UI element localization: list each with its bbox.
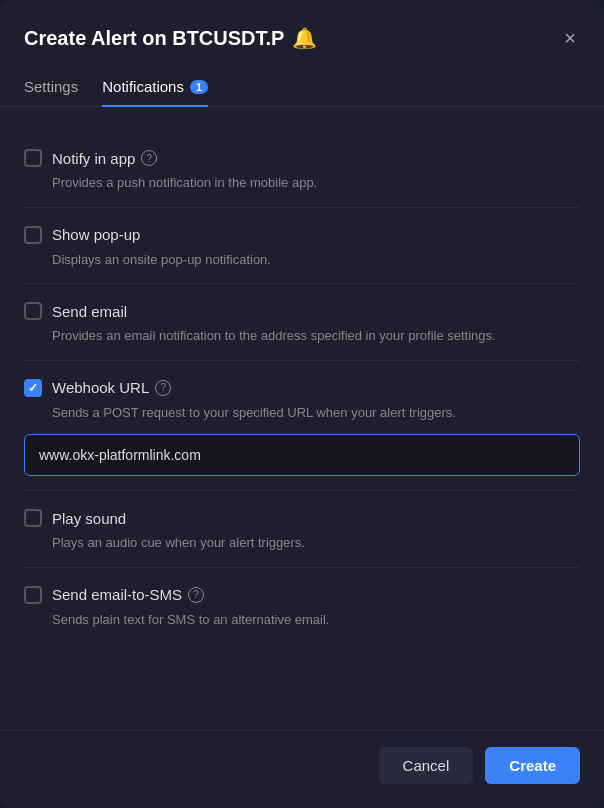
webhook-url-input[interactable]	[24, 434, 580, 476]
play-sound-desc: Plays an audio cue when your alert trigg…	[24, 533, 580, 553]
webhook-url-row: Webhook URL ?	[24, 379, 580, 397]
modal-title: Create Alert on BTCUSDT.P 🔔	[24, 26, 317, 50]
send-email-sms-help-icon[interactable]: ?	[188, 587, 204, 603]
play-sound-row: Play sound	[24, 509, 580, 527]
notify-in-app-checkbox[interactable]	[24, 149, 42, 167]
close-button[interactable]: ×	[560, 24, 580, 52]
show-popup-desc: Displays an onsite pop-up notification.	[24, 250, 580, 270]
modal-header: Create Alert on BTCUSDT.P 🔔 ×	[0, 0, 604, 68]
create-button[interactable]: Create	[485, 747, 580, 784]
webhook-url-desc: Sends a POST request to your specified U…	[24, 403, 580, 423]
send-email-checkbox[interactable]	[24, 302, 42, 320]
play-sound-label: Play sound	[52, 510, 126, 527]
show-popup-item: Show pop-up Displays an onsite pop-up no…	[24, 208, 580, 285]
notifications-badge: 1	[190, 80, 208, 94]
cancel-button[interactable]: Cancel	[379, 747, 474, 784]
webhook-url-checkbox[interactable]	[24, 379, 42, 397]
notify-in-app-row: Notify in app ?	[24, 149, 580, 167]
play-sound-item: Play sound Plays an audio cue when your …	[24, 491, 580, 568]
play-sound-checkbox[interactable]	[24, 509, 42, 527]
send-email-sms-item: Send email-to-SMS ? Sends plain text for…	[24, 568, 580, 644]
show-popup-checkbox[interactable]	[24, 226, 42, 244]
tab-settings-label: Settings	[24, 78, 78, 95]
notify-in-app-item: Notify in app ? Provides a push notifica…	[24, 131, 580, 208]
show-popup-label: Show pop-up	[52, 226, 140, 243]
send-email-label: Send email	[52, 303, 127, 320]
modal-body: Notify in app ? Provides a push notifica…	[0, 107, 604, 730]
tab-settings[interactable]: Settings	[24, 68, 78, 107]
send-email-sms-desc: Sends plain text for SMS to an alternati…	[24, 610, 580, 630]
send-email-sms-label: Send email-to-SMS ?	[52, 586, 204, 603]
send-email-item: Send email Provides an email notificatio…	[24, 284, 580, 361]
webhook-url-item: Webhook URL ? Sends a POST request to yo…	[24, 361, 580, 492]
notify-in-app-help-icon[interactable]: ?	[141, 150, 157, 166]
btc-emoji: 🔔	[292, 26, 317, 50]
tab-notifications[interactable]: Notifications 1	[102, 68, 208, 107]
modal-title-text: Create Alert on BTCUSDT.P	[24, 27, 284, 50]
send-email-sms-checkbox[interactable]	[24, 586, 42, 604]
send-email-desc: Provides an email notification to the ad…	[24, 326, 580, 346]
create-alert-modal: Create Alert on BTCUSDT.P 🔔 × Settings N…	[0, 0, 604, 808]
notify-in-app-label: Notify in app ?	[52, 150, 157, 167]
show-popup-row: Show pop-up	[24, 226, 580, 244]
webhook-url-help-icon[interactable]: ?	[155, 380, 171, 396]
tab-notifications-label: Notifications	[102, 78, 184, 95]
tabs-container: Settings Notifications 1	[0, 68, 604, 107]
webhook-url-label: Webhook URL ?	[52, 379, 171, 396]
send-email-row: Send email	[24, 302, 580, 320]
notify-in-app-desc: Provides a push notification in the mobi…	[24, 173, 580, 193]
modal-footer: Cancel Create	[0, 730, 604, 808]
send-email-sms-row: Send email-to-SMS ?	[24, 586, 580, 604]
